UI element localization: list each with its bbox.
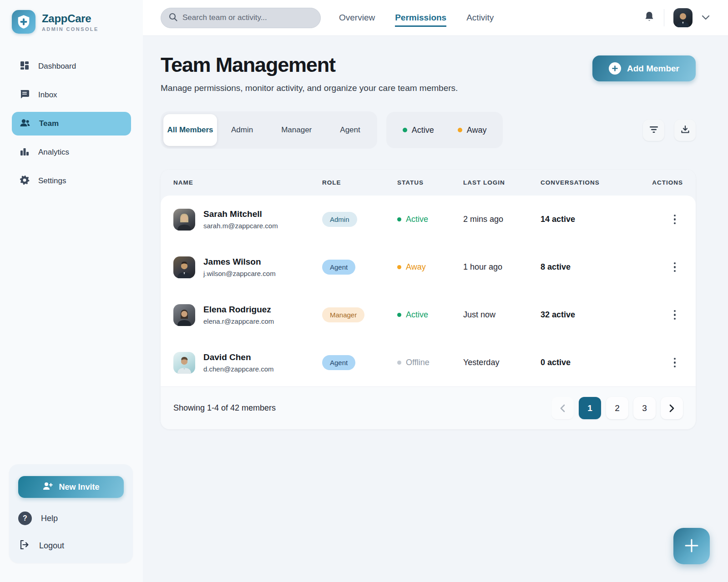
prev-page-button[interactable] [551, 397, 574, 419]
logout-icon [18, 539, 30, 553]
sidebar-item-label: Analytics [38, 148, 69, 157]
column-header-actions: ACTIONS [652, 179, 683, 186]
status-dot-icon [397, 361, 401, 365]
conversations: 14 active [541, 215, 647, 224]
logout-link[interactable]: Logout [18, 539, 124, 553]
conversations: 0 active [541, 358, 647, 367]
table-row: Elena Rodriguez elena.r@zappcare.com Man… [161, 291, 696, 339]
sidebar-item-analytics[interactable]: Analytics [12, 140, 131, 164]
question-icon: ? [18, 512, 32, 525]
help-link[interactable]: ? Help [18, 512, 124, 525]
role-tab-agent[interactable]: Agent [326, 125, 374, 135]
tab-overview[interactable]: Overview [339, 9, 375, 27]
sidebar-item-team[interactable]: Team [12, 112, 131, 135]
team-icon [19, 117, 31, 130]
status-dot-icon [397, 313, 401, 317]
next-page-button[interactable] [661, 397, 683, 419]
fab-add-button[interactable] [673, 528, 710, 564]
filter-button[interactable] [643, 120, 664, 141]
last-login: 1 hour ago [463, 262, 541, 272]
pagination: 1 2 3 [551, 397, 683, 419]
divider [664, 9, 664, 26]
member-email: sarah.m@zappcare.com [203, 222, 278, 230]
chevron-down-icon[interactable] [702, 14, 710, 22]
sidebar-item-label: Dashboard [38, 62, 76, 71]
status-cell: Active [397, 215, 463, 224]
search-bar[interactable] [161, 8, 321, 28]
pagination-summary: Showing 1-4 of 42 members [173, 403, 276, 413]
row-menu-button[interactable] [674, 358, 683, 368]
avatar [173, 304, 195, 326]
column-header-role: ROLE [322, 179, 397, 186]
page-button-2[interactable]: 2 [606, 397, 628, 419]
table-row: James Wilson j.wilson@zappcare.com Agent… [161, 243, 696, 291]
tab-permissions[interactable]: Permissions [395, 9, 446, 27]
tab-activity[interactable]: Activity [466, 9, 494, 27]
page-button-1[interactable]: 1 [579, 397, 601, 419]
status-filter-label: Away [467, 125, 487, 135]
search-input[interactable] [182, 13, 313, 22]
download-icon [681, 125, 690, 135]
last-login: 2 mins ago [463, 215, 541, 224]
sidebar-item-settings[interactable]: Settings [12, 169, 131, 193]
member-name: Elena Rodriguez [203, 305, 274, 315]
bar-chart-icon [19, 146, 30, 159]
role-tab-all-members[interactable]: All Members [163, 114, 217, 146]
sidebar: ZappCare ADMIN CONSOLE Dashboard [0, 0, 143, 582]
plus-icon [684, 538, 699, 554]
brand: ZappCare ADMIN CONSOLE [0, 0, 143, 42]
status-filter-active[interactable]: Active [403, 125, 434, 135]
status-filter-label: Active [412, 125, 434, 135]
table-row: David Chen d.chen@zappcare.com Agent Off… [161, 339, 696, 386]
help-label: Help [41, 514, 58, 523]
last-login: Just now [463, 310, 541, 320]
brand-name: ZappCare [42, 12, 99, 25]
role-badge: Manager [322, 307, 364, 322]
page-subtitle: Manage permissions, monitor activity, an… [161, 83, 458, 93]
role-filter-tabs: All Members Admin Manager Agent [161, 111, 377, 149]
conversations: 32 active [541, 310, 647, 320]
conversations: 8 active [541, 262, 647, 272]
dashboard-icon [19, 60, 30, 73]
status-label: Offline [406, 358, 430, 367]
role-badge: Admin [322, 212, 357, 227]
sidebar-item-inbox[interactable]: Inbox [12, 83, 131, 107]
plus-circle-icon [609, 62, 621, 75]
sidebar-item-label: Settings [38, 176, 66, 186]
status-filter-away[interactable]: Away [458, 125, 487, 135]
export-button[interactable] [674, 120, 696, 141]
column-header-name: NAME [173, 179, 322, 186]
table-footer: Showing 1-4 of 42 members 1 2 3 [161, 386, 696, 429]
role-badge: Agent [322, 355, 355, 370]
row-menu-button[interactable] [674, 310, 683, 320]
person-plus-icon [42, 482, 53, 493]
row-menu-button[interactable] [674, 262, 683, 272]
role-tab-admin[interactable]: Admin [217, 125, 267, 135]
member-name: Sarah Mitchell [203, 209, 278, 219]
active-dot-icon [403, 128, 407, 132]
sidebar-footer-card: New Invite ? Help Logout [9, 464, 133, 563]
avatar [173, 256, 195, 278]
brand-tagline: ADMIN CONSOLE [42, 26, 99, 32]
sidebar-item-label: Team [39, 119, 59, 128]
user-avatar[interactable] [673, 8, 693, 27]
table-row: Sarah Mitchell sarah.m@zappcare.com Admi… [161, 196, 696, 243]
member-email: d.chen@zappcare.com [203, 365, 273, 373]
new-invite-button[interactable]: New Invite [18, 476, 124, 498]
row-menu-button[interactable] [674, 215, 683, 225]
member-email: j.wilson@zappcare.com [203, 270, 276, 277]
page-button-3[interactable]: 3 [633, 397, 656, 419]
members-table: NAME ROLE STATUS LAST LOGIN CONVERSATION… [161, 170, 696, 429]
sidebar-item-label: Inbox [38, 90, 57, 100]
page-title: Team Management [161, 53, 458, 77]
last-login: Yesterday [463, 358, 541, 367]
role-tab-manager[interactable]: Manager [267, 125, 326, 135]
avatar [173, 352, 195, 374]
status-cell: Offline [397, 358, 463, 367]
column-header-status: STATUS [397, 179, 463, 186]
bell-icon[interactable] [644, 11, 655, 25]
add-member-button[interactable]: Add Member [592, 55, 696, 81]
column-header-last-login: LAST LOGIN [463, 179, 541, 186]
away-dot-icon [458, 128, 462, 132]
sidebar-item-dashboard[interactable]: Dashboard [12, 55, 131, 78]
